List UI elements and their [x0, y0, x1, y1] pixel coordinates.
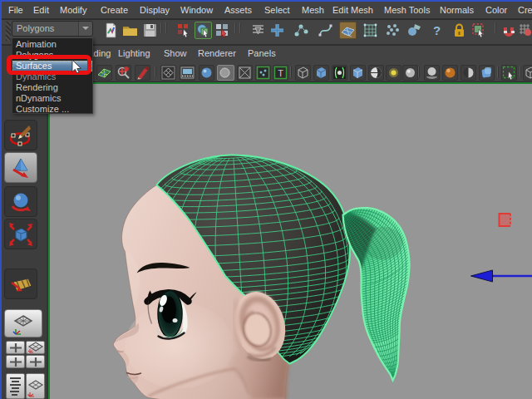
svg-text:?: ?: [433, 23, 441, 37]
svg-text:T: T: [278, 68, 283, 78]
